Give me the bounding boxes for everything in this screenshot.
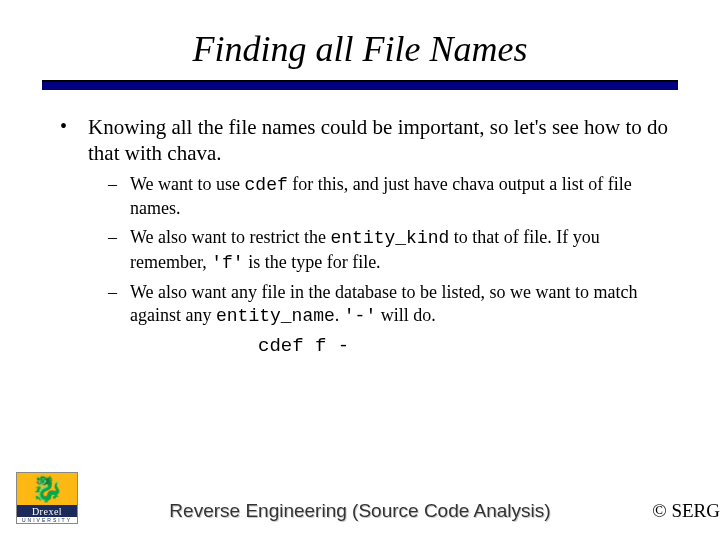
bullet-main: Knowing all the file names could be impo… — [50, 114, 670, 359]
sub3-code2: '-' — [344, 306, 376, 326]
sub3-code: entity_name — [216, 306, 335, 326]
sub-bullet-3: We also want any file in the database to… — [88, 281, 670, 329]
sub-bullet-2: We also want to restrict the entity_kind… — [88, 226, 670, 275]
slide-title: Finding all File Names — [0, 0, 720, 80]
sub2-part-c: is the type for file. — [244, 252, 381, 272]
sub2-part-a: We also want to restrict the — [130, 227, 331, 247]
bullet-main-text: Knowing all the file names could be impo… — [88, 115, 668, 165]
sub2-code2: 'f' — [211, 253, 243, 273]
sub-bullet-1: We want to use cdef for this, and just h… — [88, 173, 670, 221]
sub2-code: entity_kind — [331, 228, 450, 248]
sub3-part-b: . — [335, 305, 344, 325]
title-rule — [42, 80, 678, 90]
copyright: © SERG — [652, 500, 720, 522]
command-line: cdef f - — [88, 335, 670, 359]
sub3-part-c: will do. — [376, 305, 436, 325]
sub1-code: cdef — [245, 175, 288, 195]
slide-footer: 🐉 Drexel UNIVERSITY Reverse Engineering … — [0, 470, 720, 526]
sub1-part-a: We want to use — [130, 174, 245, 194]
slide-content: Knowing all the file names could be impo… — [0, 90, 720, 359]
footer-title: Reverse Engineering (Source Code Analysi… — [0, 500, 720, 522]
